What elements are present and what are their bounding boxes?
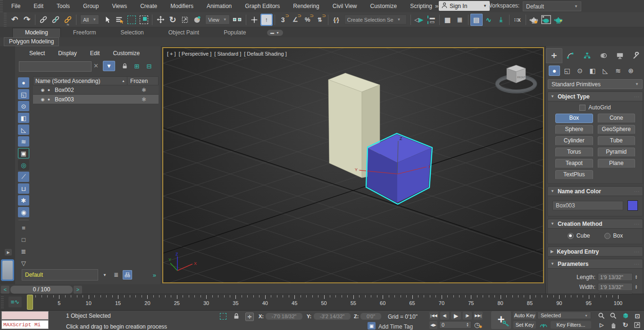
go-to-end-button[interactable]: ▶▶| [474, 312, 483, 320]
object-color-swatch[interactable] [627, 200, 638, 211]
primitive-button-geosphere[interactable]: GeoSphere [598, 125, 636, 134]
tab-create[interactable]: + [546, 48, 562, 63]
param-field[interactable]: 1'9 13/32" [598, 273, 633, 281]
select-and-move-icon[interactable] [154, 14, 167, 26]
viewport-menu-shading[interactable]: [ Default Shading ] [244, 51, 287, 57]
next-frame-button[interactable]: |▶ [463, 312, 472, 320]
ribbon-tab-modeling[interactable]: Modeling [12, 28, 61, 37]
rollout-header-parameters[interactable]: ▼ Parameters ··· [547, 259, 643, 269]
frozen-icon[interactable]: ✱ [129, 87, 159, 93]
visibility-icon[interactable]: ◉ [40, 88, 46, 92]
field-of-view-button[interactable]: ▷ [596, 321, 607, 329]
pan-button[interactable] [608, 321, 619, 329]
tab-motion[interactable] [595, 48, 611, 63]
previous-frame-button[interactable]: ◀| [440, 312, 449, 320]
render-production-icon[interactable] [552, 14, 565, 26]
ribbon-tab-object-paint[interactable]: Object Paint [156, 28, 211, 37]
selection-lock-icon[interactable] [233, 313, 240, 320]
se-display-groups-icon[interactable]: ▣ [18, 148, 29, 158]
percent-snap-toggle-icon[interactable]: %⊃ [301, 14, 314, 26]
perspective-viewport[interactable]: Z X Y FRONT Z X Y [162, 47, 544, 283]
column-header-frozen[interactable]: Frozen [127, 77, 158, 85]
column-header-name[interactable]: Name (Sorted Ascending) ▲ [33, 77, 127, 85]
zoom-region-button[interactable]: ⊡ [632, 312, 643, 320]
rollout-header-object-type[interactable]: ▼ Object Type ··· [547, 91, 643, 101]
creation-method-cube[interactable]: Cube [568, 232, 590, 239]
absolute-mode-icon[interactable]: ✛ [245, 313, 254, 321]
tab-utilities[interactable] [628, 48, 644, 63]
menu-file[interactable]: File [5, 0, 27, 12]
tab-modify[interactable] [562, 48, 579, 63]
visibility-icon[interactable]: ◉ [40, 97, 46, 102]
explorer-menu-select[interactable]: Select [25, 49, 50, 58]
category-cameras-icon[interactable]: ◧ [587, 66, 598, 76]
menubar-grip[interactable] [0, 0, 3, 12]
previous-frame-nav-button[interactable]: < [1, 286, 9, 294]
undo-icon[interactable]: ↶ [8, 14, 21, 26]
play-button[interactable]: ▶ [451, 312, 461, 320]
go-to-start-button[interactable]: |◀◀ [429, 312, 438, 320]
trackbar-grip[interactable] [1, 296, 4, 308]
schematic-view-icon[interactable]: ⤓ [495, 14, 507, 26]
radio-icon[interactable] [568, 233, 574, 239]
spinner-icon[interactable]: ▲▼ [634, 283, 639, 291]
spinner-icon[interactable]: ▲▼ [466, 322, 469, 327]
menu-tools[interactable]: Tools [50, 0, 76, 12]
viewcube[interactable]: FRONT [495, 65, 537, 92]
time-slider[interactable] [27, 295, 33, 310]
unlink-selection-icon[interactable]: / [50, 14, 62, 26]
renderable-icon[interactable]: ● [46, 88, 52, 92]
ribbon-minimize-button[interactable]: ▬▼ [259, 30, 283, 37]
ribbon-tab-selection[interactable]: Selection [108, 28, 156, 37]
set-keys-button[interactable]: + [491, 311, 511, 329]
next-frame-nav-button[interactable]: > [74, 286, 82, 294]
primitive-button-pyramid[interactable]: Pyramid [598, 148, 636, 157]
search-input[interactable] [19, 61, 92, 72]
menu-animation[interactable]: Animation [200, 0, 238, 12]
creation-method-box[interactable]: Box [604, 232, 623, 239]
layers-icon[interactable]: ≣ [111, 270, 121, 280]
key-filters-button[interactable]: Key Filters... [551, 321, 591, 329]
primitive-button-teapot[interactable]: Teapot [555, 159, 593, 168]
active-layer-dropdown[interactable]: Default [22, 269, 98, 280]
primitive-button-cone[interactable]: Cone [598, 114, 636, 123]
primitive-button-tube[interactable]: Tube [598, 136, 636, 146]
zoom-all-button[interactable] [608, 312, 619, 320]
toggle-ribbon-icon[interactable]: ▤ [470, 14, 483, 26]
rendered-frame-window-icon[interactable] [540, 14, 552, 26]
select-and-place-icon[interactable] [191, 14, 203, 26]
se-view-outline-icon[interactable]: ≣ [18, 246, 29, 256]
tab-hierarchy[interactable] [579, 48, 595, 63]
frozen-icon[interactable]: ✱ [129, 96, 159, 103]
render-setup-icon[interactable] [528, 14, 540, 26]
frame-range-field[interactable]: 0 / 100 [10, 286, 73, 294]
set-key-button[interactable]: Set Key [513, 321, 536, 329]
menu-views[interactable]: Views [105, 0, 134, 12]
mirror-icon[interactable]: ◁▶ [413, 14, 425, 26]
rectangular-selection-region-icon[interactable] [125, 14, 138, 26]
rollout-header-keyboard-entry[interactable]: ▶ Keyboard Entry ··· [547, 247, 643, 256]
se-display-frozen-icon[interactable]: ✱ [18, 195, 29, 206]
se-view-blank-icon[interactable]: □ [18, 234, 29, 245]
se-display-containers-icon[interactable]: ⊔ [18, 183, 29, 194]
viewport-menu-renderer[interactable]: [ Standard ] [214, 51, 241, 57]
category-spacewarps-icon[interactable]: ≋ [612, 66, 624, 76]
clear-search-icon[interactable]: ✕ [93, 62, 99, 69]
menu-graph-editors[interactable]: Graph Editors [238, 0, 286, 12]
window-crossing-toggle-icon[interactable] [138, 14, 150, 26]
select-and-manipulate-icon[interactable] [248, 14, 260, 26]
explorer-menu-edit[interactable]: Edit [85, 49, 105, 58]
menu-modifiers[interactable]: Modifiers [164, 0, 200, 12]
use-pivot-point-center-icon[interactable] [232, 14, 244, 26]
x-coord-field[interactable]: -7'0 18/32" [265, 313, 303, 320]
select-by-name-icon[interactable] [113, 14, 125, 26]
menu-rendering[interactable]: Rendering [286, 0, 326, 12]
viewport-menu-general[interactable]: [ + ] [167, 51, 176, 57]
menubar-overflow-chevron[interactable]: » [435, 2, 438, 9]
menu-civil-view[interactable]: Civil View [326, 0, 364, 12]
material-swatch[interactable] [1, 259, 14, 281]
category-geometry-icon[interactable]: ● [549, 66, 560, 76]
maximize-viewport-button[interactable] [632, 321, 643, 329]
primitive-button-torus[interactable]: Torus [555, 148, 593, 157]
angle-snap-toggle-icon[interactable]: ∠⊃ [289, 14, 301, 26]
